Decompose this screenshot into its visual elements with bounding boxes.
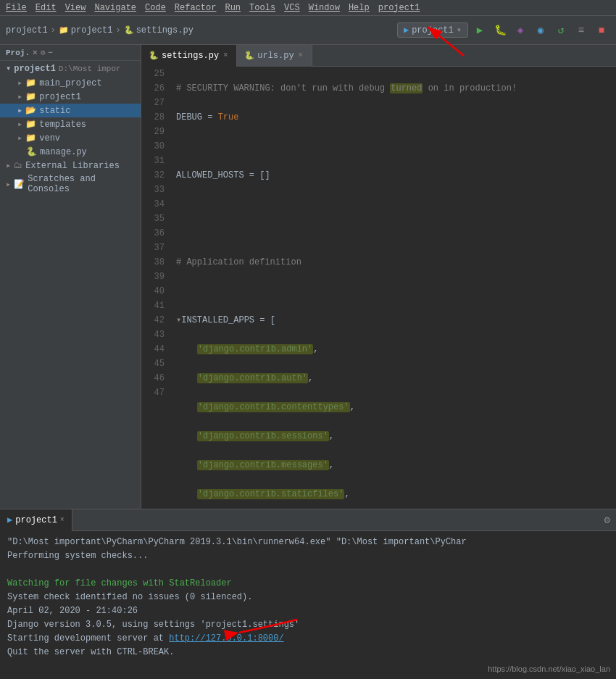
line-num-30: 30 [141,139,165,154]
sidebar-item-scratches[interactable]: ▸ 📝 Scratches and Consoles [0,172,141,196]
bottom-tab-label: project1 [15,515,57,525]
code-editor[interactable]: 25 26 27 28 29 30 31 32 33 34 35 36 37 3… [141,67,616,509]
line-num-31: 31 [141,154,165,168]
urls-py-close-button[interactable]: × [297,51,304,59]
scratches-expand-icon: ▸ [6,179,11,190]
sidebar-title: Proj. × ⚙ − [6,48,53,57]
line-num-25: 25 [141,67,165,81]
menu-item-window[interactable]: Window [309,3,340,13]
menu-item-vcs[interactable]: VCS [284,3,300,13]
menu-item-tools[interactable]: Tools [249,3,275,13]
project-path-label: D:\Most impor [59,64,121,73]
more-button[interactable]: ≡ [573,22,590,39]
folder-icon: 📁 [59,25,69,35]
sidebar-item-venv[interactable]: ▸ 📁 venv [0,131,141,145]
code-line-29 [176,197,616,212]
toolbar-right: ▶ project1 ▾ ▶ 🐛 ◈ ◉ ↺ ≡ ■ [397,22,610,39]
code-line-34: 'django.contrib.admin', [176,342,616,357]
scratches-icon: 📝 [14,179,25,190]
menu-item-run[interactable]: Run [225,3,241,13]
main-project-folder-icon: 📁 [25,78,36,88]
minimize-icon: − [48,49,53,57]
static-label: static [39,106,70,116]
urls-py-tab-icon: 🐍 [244,51,254,60]
breadcrumb-folder[interactable]: 📁 project1 [59,25,113,36]
run-button[interactable]: ▶ [471,22,488,39]
project-root[interactable]: ▾ project1 D:\Most impor [0,61,141,76]
code-line-27 [176,139,616,154]
watermark: https://blog.csdn.net/xiao_xiao_lan [488,665,610,673]
line-num-47: 47 [141,386,165,400]
sidebar-tree: ▾ project1 D:\Most impor ▸ 📁 main_projec… [0,61,141,488]
templates-label: templates [39,120,86,130]
sidebar: Proj. × ⚙ − ▾ project1 D:\Most impor ▸ 📁… [0,45,141,509]
sidebar-item-manage-py[interactable]: 🐍 manage.py [0,145,141,159]
main-project-label: main_project [39,78,101,88]
toolbar: project1 › 📁 project1 › 🐍 settings.py ▶ … [0,16,616,45]
urls-py-tab-label: urls.py [257,51,294,61]
run-config-dropdown[interactable]: ▶ project1 ▾ [397,22,468,38]
sidebar-item-static[interactable]: ▸ 📂 static [0,104,141,117]
line-num-42: 42 [141,313,165,328]
dev-server-link[interactable]: http://127.0.0.1:8000/ [169,633,283,643]
menu-item-project[interactable]: project1 [378,3,420,13]
terminal-line-4: Watching for file changes with StatReloa… [7,577,609,591]
breadcrumb-file[interactable]: 🐍 settings.py [124,25,193,36]
menu-item-navigate[interactable]: Navigate [94,3,136,13]
code-line-26: DEBUG = True [176,110,616,125]
ext-libs-icon: 🗂 [14,160,22,171]
sidebar-item-main-project[interactable]: ▸ 📁 main_project [0,76,141,90]
code-line-32 [176,284,616,299]
bottom-tab-bar: ▶ project1 × ⚙ [0,509,616,531]
terminal-tab-close-button[interactable]: × [60,516,64,524]
manage-py-icon: 🐍 [26,146,37,157]
sidebar-item-external-libs[interactable]: ▸ 🗂 External Libraries [0,159,141,172]
line-num-38: 38 [141,255,165,270]
line-num-32: 32 [141,168,165,183]
menu-item-file[interactable]: File [6,3,27,13]
static-expand-icon: ▸ [17,105,22,116]
menu-item-refactor[interactable]: Refactor [175,3,217,13]
debug-button[interactable]: 🐛 [491,22,509,39]
sidebar-header: Proj. × ⚙ − [0,45,141,61]
line-num-36: 36 [141,226,165,241]
terminal-line-5: System check identified no issues (0 sil… [7,591,609,604]
stop-button[interactable]: ■ [593,22,610,39]
line-num-41: 41 [141,299,165,313]
scratches-label: Scratches and Consoles [28,174,135,194]
menu-item-view[interactable]: View [65,3,86,13]
line-num-43: 43 [141,328,165,342]
profile-button[interactable]: ◈ [512,22,529,39]
line-num-35: 35 [141,212,165,226]
settings-py-icon: 🐍 [124,25,134,35]
breadcrumb: project1 › 📁 project1 › 🐍 settings.py [6,25,393,36]
breadcrumb-project[interactable]: project1 [6,25,48,36]
menu-item-edit[interactable]: Edit [36,3,57,13]
folder-expand-icon: × [33,49,38,57]
editor-container: 🐍 settings.py × 🐍 urls.py × 25 26 27 28 … [141,45,616,509]
menu-bar: File Edit View Navigate Code Refactor Ru… [0,0,616,16]
static-folder-icon: 📂 [25,105,36,116]
breadcrumb-sep-1: › [51,25,56,36]
menu-item-code[interactable]: Code [145,3,166,13]
sidebar-item-project1[interactable]: ▸ 📁 project1 [0,90,141,104]
terminal-line-3 [7,563,609,577]
code-line-35: 'django.contrib.auth', [176,371,616,386]
bottom-tab-project1[interactable]: ▶ project1 × [0,509,72,531]
project1-expand-icon: ▸ [17,91,22,102]
line-num-34: 34 [141,197,165,212]
tab-urls-py[interactable]: 🐍 urls.py × [237,45,312,67]
sidebar-item-templates[interactable]: ▸ 📁 templates [0,117,141,131]
venv-label: venv [39,133,60,143]
rerun-button[interactable]: ↺ [552,22,570,39]
line-num-37: 37 [141,241,165,255]
templates-expand-icon: ▸ [17,119,22,130]
tab-settings-py[interactable]: 🐍 settings.py × [141,45,237,67]
menu-item-help[interactable]: Help [349,3,370,13]
terminal-line-9: Quit the server with CTRL-BREAK. [7,646,609,659]
main-area: Proj. × ⚙ − ▾ project1 D:\Most impor ▸ 📁… [0,45,616,509]
terminal-settings-icon[interactable]: ⚙ [599,514,616,526]
settings-py-close-button[interactable]: × [222,51,229,59]
run-config-icon: ▶ [404,25,409,36]
coverage-button[interactable]: ◉ [532,22,549,39]
